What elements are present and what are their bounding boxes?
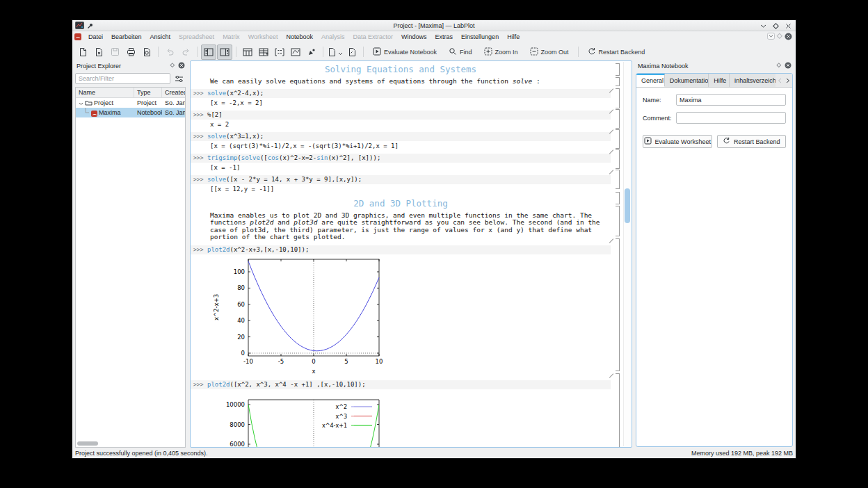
menu-hilfe[interactable]: Hilfe	[503, 33, 524, 41]
restart-backend-panel-button[interactable]: Restart Backend	[717, 135, 787, 148]
name-field[interactable]	[676, 94, 786, 106]
project-explorer-title: Project Explorer	[77, 63, 121, 70]
code-cell-output: [x = -1]	[210, 163, 611, 172]
menu-ansicht[interactable]: Ansicht	[146, 33, 175, 41]
cell-prompt: >>>	[191, 154, 207, 163]
new-script-button[interactable]	[344, 44, 360, 60]
svg-text:x^2-x+3: x^2-x+3	[213, 293, 220, 320]
cell-bracket[interactable]	[616, 192, 620, 204]
plot-output-1[interactable]: 020406080100-10-50510x^2-x+3x	[210, 258, 611, 377]
menu-datei[interactable]: Datei	[84, 33, 107, 41]
notebook-heading: 2D and 3D Plotting	[191, 198, 611, 209]
cell-bracket[interactable]	[616, 206, 620, 236]
toggle-properties-explorer-button[interactable]	[217, 44, 232, 60]
vertical-scrollbar-thumb[interactable]	[625, 188, 630, 223]
code-cell-input[interactable]: >>>plot2d([x^2, x^3, x^4 -x +1] ,[x,-10,…	[191, 380, 611, 389]
menu-matrix: Matrix	[218, 33, 244, 41]
chevron-down-icon	[338, 46, 343, 58]
minimize-button[interactable]	[760, 19, 766, 32]
tree-row-project[interactable]: Project Project So. Jan. 2 18:	[76, 98, 185, 108]
menu-notebook[interactable]: Notebook	[282, 33, 317, 41]
zoom-in-button[interactable]: Zoom In	[479, 44, 524, 60]
comment-field[interactable]	[676, 112, 786, 124]
new-workbook-button[interactable]	[240, 44, 255, 60]
cell-bracket[interactable]	[616, 373, 620, 448]
pin-icon[interactable]	[87, 19, 93, 32]
toolbar-separator	[236, 47, 236, 57]
plot-output-2[interactable]: 1000080006000x^2x^3x^4-x+1	[210, 393, 611, 448]
cell-prompt: >>>	[191, 89, 207, 98]
menu-analysis: Analysis	[317, 33, 349, 41]
cell-bracket[interactable]	[616, 63, 620, 76]
svg-text:10000: 10000	[226, 401, 245, 408]
svg-text:10: 10	[376, 358, 383, 365]
menu-extras[interactable]: Extras	[431, 33, 458, 41]
new-notebook-button[interactable]	[327, 44, 344, 60]
code-cell-input[interactable]: >>>trigsimp(solve([cos(x)^2-x=2-sin(x)^2…	[191, 154, 611, 163]
column-header-name[interactable]: Name	[76, 88, 134, 98]
code-cell-input[interactable]: >>>plot2d(x^2-x+3,[x,-10,10]);	[191, 245, 611, 254]
close-dock-icon[interactable]	[785, 62, 791, 70]
cell-bracket[interactable]	[616, 149, 620, 169]
toolbar-separator	[197, 47, 198, 57]
menu-bearbeiten[interactable]: Bearbeiten	[107, 33, 146, 41]
filter-options-button[interactable]	[172, 73, 186, 84]
menu-windows[interactable]: Windows	[397, 33, 431, 41]
restart-backend-button[interactable]: Restart Backend	[582, 44, 651, 60]
horizontal-scrollbar-thumb[interactable]	[77, 441, 98, 446]
mdi-close-button[interactable]	[785, 33, 792, 42]
svg-text:6000: 6000	[230, 441, 245, 448]
tab-hilfe[interactable]: Hilfe	[709, 74, 729, 87]
new-matrix-button[interactable]	[272, 44, 287, 60]
search-input[interactable]	[75, 73, 170, 84]
zoom-in-icon	[484, 47, 492, 57]
evaluate-worksheet-button[interactable]: Evaluate Worksheet	[643, 135, 712, 148]
code-cell-input[interactable]: >>>%[2]	[191, 111, 611, 120]
cell-bracket[interactable]	[616, 129, 620, 149]
cell-bracket[interactable]	[616, 77, 620, 86]
tab-general[interactable]: General	[636, 74, 665, 87]
new-datapicker-button[interactable]	[304, 44, 319, 60]
cell-bracket[interactable]	[616, 88, 620, 108]
new-spreadsheet-button[interactable]	[256, 44, 271, 60]
find-button[interactable]: Find	[443, 44, 478, 60]
vertical-scrollbar[interactable]	[623, 62, 631, 446]
expander-chevron-icon[interactable]	[79, 99, 83, 108]
notebook-paragraph: We can easily solve equations and system…	[210, 78, 604, 86]
cell-bracket[interactable]	[616, 109, 620, 129]
tree-row-maxima[interactable]: Maxima Notebook So. Jan. 2 18:	[76, 108, 185, 117]
evaluate-notebook-button[interactable]: Evaluate Notebook	[367, 44, 442, 60]
notebook-view: Solving Equations and Systems We can eas…	[190, 60, 632, 448]
print-preview-button[interactable]	[139, 44, 154, 60]
column-header-type[interactable]: Type	[134, 88, 162, 98]
code-cell-input[interactable]: >>>solve(x^3=1,x);	[191, 132, 611, 141]
properties-header[interactable]: Maxima Notebook	[634, 60, 794, 72]
open-project-button[interactable]	[91, 44, 106, 60]
app-icon	[75, 19, 84, 32]
toggle-project-explorer-button[interactable]	[201, 44, 216, 60]
code-cell-output: x = 2	[210, 120, 611, 129]
menu-einstellungen[interactable]: Einstellungen	[457, 33, 503, 41]
code-cell-input[interactable]: >>>solve(x^2-4,x);	[191, 89, 611, 98]
close-button[interactable]	[785, 19, 791, 32]
print-button[interactable]	[123, 44, 138, 60]
float-dock-icon[interactable]	[776, 63, 782, 70]
save-button	[107, 44, 122, 60]
code-cell-input[interactable]: >>>solve([x - 2*y = 14, x + 3*y = 9],[x,…	[191, 175, 611, 184]
titlebar[interactable]: Project - [Maxima] — LabPlot	[72, 20, 796, 31]
cell-bracket[interactable]	[616, 170, 620, 189]
column-header-created[interactable]: Created	[162, 88, 185, 98]
new-worksheet-button[interactable]	[288, 44, 303, 60]
new-project-button[interactable]	[75, 44, 90, 60]
tab-inhaltsverzeichnis[interactable]: Inhaltsverzeichn	[730, 74, 775, 87]
project-explorer-header[interactable]: Project Explorer	[73, 60, 188, 72]
cell-bracket[interactable]	[616, 238, 620, 371]
properties-panel: General Dokumentation Hilfe Inhaltsverze…	[636, 73, 793, 447]
close-dock-icon[interactable]	[178, 62, 185, 70]
mdi-minimize-button[interactable]	[767, 33, 775, 41]
float-dock-icon[interactable]	[170, 63, 175, 70]
maximize-button[interactable]	[773, 19, 779, 32]
zoom-out-button[interactable]: Zoom Out	[524, 44, 574, 60]
tab-dokumentation[interactable]: Dokumentation	[665, 74, 709, 87]
tab-scroll-right-icon[interactable]	[784, 74, 792, 88]
